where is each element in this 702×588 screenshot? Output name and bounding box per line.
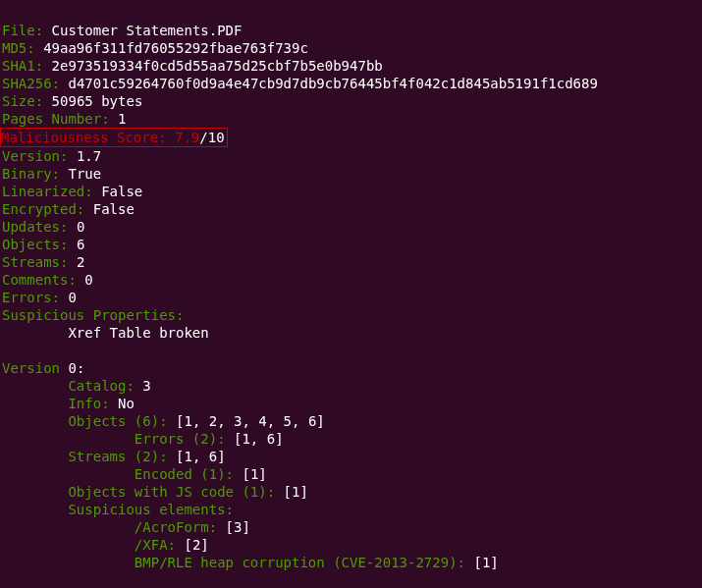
linearized-label: Linearized: [2, 184, 93, 199]
errors2-line: Errors (2): [1, 6] [135, 431, 284, 447]
md5-value: 49aa96f311fd76055292fbae763f739c [43, 40, 308, 56]
objects-value: 6 [77, 237, 84, 252]
xfa-line: /XFA: [2] [135, 537, 209, 553]
errors-line: Errors: 0 [2, 290, 77, 305]
encrypted-value: False [93, 201, 135, 217]
xfa-value: [2] [184, 537, 208, 553]
comments-label: Comments: [2, 272, 77, 288]
updates-label: Updates: [2, 219, 68, 235]
objjs-value: [1] [284, 484, 308, 500]
md5-label: MD5: [2, 40, 35, 56]
version0-heading: Version 0: [2, 360, 84, 376]
streams2-line: Streams (2): [1, 6] [68, 449, 225, 464]
bmp-line: BMP/RLE heap corruption (CVE-2013-2729):… [135, 555, 499, 570]
maliciousness-highlight: Maliciousness Score: 7.9/10 [0, 128, 228, 147]
file-value: Customer Statements.PDF [52, 23, 243, 38]
binary-value: True [68, 166, 101, 182]
streams2-label: Streams (2): [68, 449, 167, 464]
sha1-line: SHA1: 2e973519334f0cd5d55aa75d25cbf7b5e0… [2, 58, 383, 74]
encoded1-line: Encoded (1): [1] [135, 466, 267, 482]
sha1-value: 2e973519334f0cd5d55aa75d25cbf7b5e0b947bb [52, 58, 383, 74]
maliciousness-score: 7.9 [175, 130, 199, 145]
comments-value: 0 [84, 272, 92, 288]
info-label: Info: [68, 396, 109, 411]
version-label: Version: [2, 148, 68, 164]
objects6-label: Objects (6): [68, 413, 167, 429]
size-value: 50965 bytes [52, 93, 143, 109]
maliciousness-label: Maliciousness Score: [1, 130, 167, 145]
version0-value: 0: [68, 360, 84, 376]
encrypted-label: Encrypted: [2, 201, 84, 217]
file-line: File: Customer Statements.PDF [2, 23, 242, 38]
pages-label: Pages Number: [2, 111, 110, 127]
errors2-value: [1, 6] [234, 431, 284, 447]
encoded1-label: Encoded (1): [135, 466, 234, 482]
version-line: Version: 1.7 [2, 148, 101, 164]
linearized-line: Linearized: False [2, 184, 142, 199]
acroform-line: /AcroForm: [3] [135, 519, 250, 535]
catalog-value: 3 [142, 378, 150, 394]
sha1-label: SHA1: [2, 58, 43, 74]
size-label: Size: [2, 93, 43, 109]
suspicious-properties-value: Xref Table broken [68, 325, 208, 341]
xfa-label: /XFA: [135, 537, 176, 553]
streams2-value: [1, 6] [176, 449, 226, 464]
bmp-label: BMP/RLE heap corruption (CVE-2013-2729): [135, 555, 465, 570]
encrypted-line: Encrypted: False [2, 201, 135, 217]
md5-line: MD5: 49aa96f311fd76055292fbae763f739c [2, 40, 308, 56]
sha256-value: d4701c59264760f0d9a4e47cb9d7db9cb76445bf… [68, 76, 597, 91]
sha256-label: SHA256: [2, 76, 60, 91]
pages-line: Pages Number: 1 [2, 111, 126, 127]
encoded1-value: [1] [242, 466, 266, 482]
streams-line: Streams: 2 [2, 254, 84, 270]
errors-label: Errors: [2, 290, 60, 305]
size-line: Size: 50965 bytes [2, 93, 142, 109]
suspicious-elements-label: Suspicious elements: [68, 502, 234, 517]
acroform-label: /AcroForm: [135, 519, 217, 535]
catalog-label: Catalog: [68, 378, 134, 394]
version-value: 1.7 [77, 148, 101, 164]
objects-line: Objects: 6 [2, 237, 84, 252]
updates-value: 0 [77, 219, 84, 235]
binary-line: Binary: True [2, 166, 101, 182]
objects-label: Objects: [2, 237, 68, 252]
acroform-value: [3] [226, 519, 250, 535]
bmp-value: [1] [473, 555, 498, 570]
streams-label: Streams: [2, 254, 68, 270]
info-value: No [118, 396, 135, 411]
errors2-label: Errors (2): [135, 431, 226, 447]
info-line: Info: No [68, 396, 134, 411]
terminal-output: File: Customer Statements.PDF MD5: 49aa9… [0, 0, 702, 571]
objjs-line: Objects with JS code (1): [1] [68, 484, 307, 500]
pages-value: 1 [118, 111, 126, 127]
file-label: File: [2, 23, 43, 38]
binary-label: Binary: [2, 166, 60, 182]
linearized-value: False [101, 184, 142, 199]
objects6-value: [1, 2, 3, 4, 5, 6] [176, 413, 325, 429]
streams-value: 2 [77, 254, 84, 270]
objects6-line: Objects (6): [1, 2, 3, 4, 5, 6] [68, 413, 324, 429]
comments-line: Comments: 0 [2, 272, 93, 288]
maliciousness-denom: /10 [199, 130, 224, 145]
errors-value: 0 [68, 290, 76, 305]
updates-line: Updates: 0 [2, 219, 84, 235]
version0-label: Version [2, 360, 60, 376]
sha256-line: SHA256: d4701c59264760f0d9a4e47cb9d7db9c… [2, 76, 598, 91]
objjs-label: Objects with JS code (1): [68, 484, 275, 500]
suspicious-properties-label: Suspicious Properties: [2, 307, 184, 323]
catalog-line: Catalog: 3 [68, 378, 150, 394]
